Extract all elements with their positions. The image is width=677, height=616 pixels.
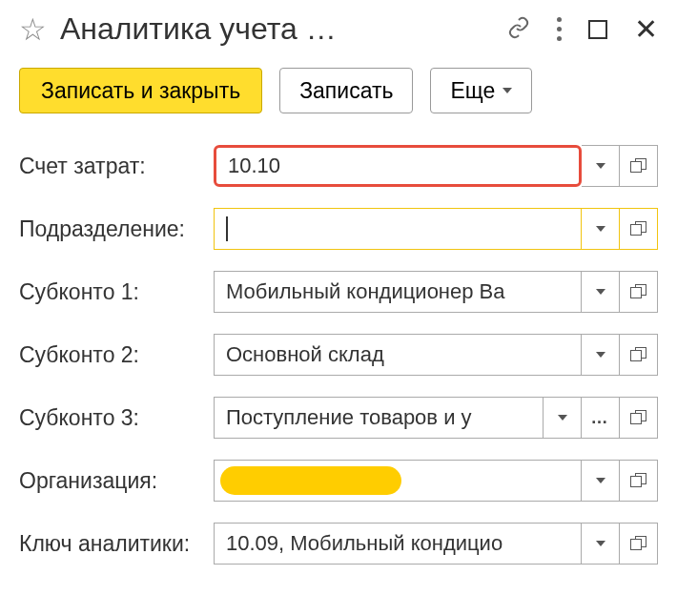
input-department[interactable] — [214, 208, 582, 250]
popout-icon — [630, 473, 647, 488]
label-sub3: Субконто 3: — [19, 405, 214, 431]
value-sub2: Основной склад — [226, 342, 384, 367]
popout-org[interactable] — [620, 460, 658, 502]
save-button[interactable]: Записать — [279, 68, 413, 113]
dropdown-sub2[interactable] — [582, 334, 620, 376]
input-sub2[interactable]: Основной склад — [214, 334, 582, 376]
row-key: Ключ аналитики: 10.09, Мобильный кондици… — [19, 512, 658, 575]
field-department — [214, 208, 658, 250]
chevron-down-icon — [596, 163, 605, 169]
ellipsis-icon: … — [591, 408, 610, 428]
label-org: Организация: — [19, 468, 214, 494]
dropdown-sub1[interactable] — [582, 271, 620, 313]
input-org[interactable] — [214, 460, 582, 502]
label-sub2: Субконто 2: — [19, 342, 214, 368]
input-sub3[interactable]: Поступление товаров и у — [214, 397, 544, 439]
dropdown-sub3[interactable] — [544, 397, 582, 439]
popout-department[interactable] — [620, 208, 658, 250]
maximize-icon[interactable] — [588, 20, 607, 39]
label-account: Счет затрат: — [19, 154, 214, 179]
row-org: Организация: — [19, 449, 658, 512]
row-department: Подразделение: — [19, 197, 658, 260]
chevron-down-icon — [596, 289, 605, 295]
label-key: Ключ аналитики: — [19, 531, 214, 557]
chevron-down-icon — [596, 352, 605, 358]
popout-icon — [630, 536, 647, 551]
input-key[interactable]: 10.09, Мобильный кондицио — [214, 523, 582, 565]
row-sub2: Субконто 2: Основной склад — [19, 323, 658, 386]
popout-icon — [630, 221, 647, 236]
popout-sub3[interactable] — [620, 397, 658, 439]
favorite-star-icon[interactable]: ☆ — [19, 14, 47, 45]
chevron-down-icon — [596, 478, 605, 483]
popout-icon — [630, 284, 647, 299]
form: Счет затрат: 10.10 Подразделение: Субкон… — [0, 134, 677, 575]
text-cursor — [226, 216, 228, 241]
chevron-down-icon — [558, 415, 567, 421]
popout-sub2[interactable] — [620, 334, 658, 376]
label-department: Подразделение: — [19, 216, 214, 242]
title-controls: ✕ — [507, 15, 658, 44]
field-sub3: Поступление товаров и у … — [214, 397, 658, 439]
label-sub1: Субконто 1: — [19, 279, 214, 305]
row-sub1: Субконто 1: Мобильный кондиционер Ва — [19, 260, 658, 323]
dropdown-account[interactable] — [582, 145, 620, 187]
chevron-down-icon — [596, 541, 605, 546]
close-icon[interactable]: ✕ — [634, 15, 658, 44]
window-title: Аналитика учета … — [60, 11, 494, 47]
field-key: 10.09, Мобильный кондицио — [214, 523, 658, 565]
titlebar: ☆ Аналитика учета … ✕ — [0, 0, 677, 54]
value-sub1: Мобильный кондиционер Ва — [226, 279, 505, 304]
dropdown-org[interactable] — [582, 460, 620, 502]
value-sub3: Поступление товаров и у — [226, 405, 472, 430]
row-sub3: Субконто 3: Поступление товаров и у … — [19, 386, 658, 449]
popout-account[interactable] — [620, 145, 658, 187]
value-account: 10.10 — [228, 154, 280, 178]
kebab-menu-icon[interactable] — [557, 17, 562, 41]
redacted-overlay — [220, 466, 401, 495]
field-org — [214, 460, 658, 502]
input-account[interactable]: 10.10 — [214, 145, 582, 187]
toolbar: Записать и закрыть Записать Еще — [0, 54, 677, 134]
popout-icon — [630, 158, 647, 174]
value-key: 10.09, Мобильный кондицио — [226, 531, 503, 556]
save-and-close-button[interactable]: Записать и закрыть — [19, 68, 262, 113]
popout-icon — [630, 347, 647, 362]
input-sub1[interactable]: Мобильный кондиционер Ва — [214, 271, 582, 313]
chevron-down-icon — [596, 226, 605, 232]
field-sub2: Основной склад — [214, 334, 658, 376]
dropdown-department[interactable] — [582, 208, 620, 250]
field-account: 10.10 — [214, 145, 658, 187]
dropdown-key[interactable] — [582, 523, 620, 565]
row-account: Счет затрат: 10.10 — [19, 134, 658, 197]
link-icon[interactable] — [507, 16, 530, 43]
ellipsis-sub3[interactable]: … — [582, 397, 620, 439]
window: ☆ Аналитика учета … ✕ Записать и закрыть… — [0, 0, 677, 616]
popout-icon — [630, 410, 647, 425]
field-sub1: Мобильный кондиционер Ва — [214, 271, 658, 313]
more-button[interactable]: Еще — [430, 68, 532, 113]
popout-sub1[interactable] — [620, 271, 658, 313]
popout-key[interactable] — [620, 523, 658, 565]
